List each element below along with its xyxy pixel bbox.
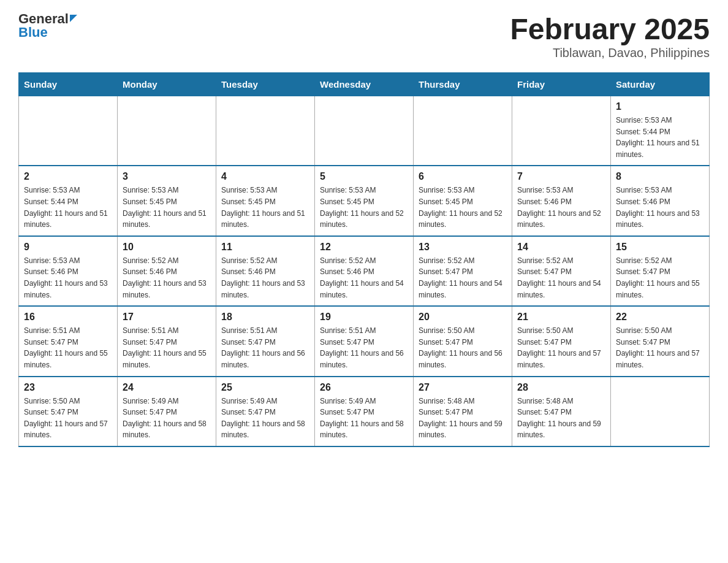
- calendar-cell: [118, 96, 216, 166]
- day-number: 3: [123, 171, 211, 182]
- calendar-cell: 21Sunrise: 5:50 AM Sunset: 5:47 PM Dayli…: [512, 306, 611, 376]
- day-info: Sunrise: 5:51 AM Sunset: 5:47 PM Dayligh…: [123, 325, 211, 370]
- day-info: Sunrise: 5:52 AM Sunset: 5:46 PM Dayligh…: [221, 255, 309, 301]
- calendar-cell: 2Sunrise: 5:53 AM Sunset: 5:44 PM Daylig…: [19, 166, 118, 236]
- calendar-cell: [512, 96, 611, 166]
- calendar-table: SundayMondayTuesdayWednesdayThursdayFrid…: [18, 72, 710, 447]
- day-number: 13: [419, 242, 507, 253]
- day-info: Sunrise: 5:53 AM Sunset: 5:46 PM Dayligh…: [517, 185, 605, 230]
- day-info: Sunrise: 5:48 AM Sunset: 5:47 PM Dayligh…: [517, 396, 605, 441]
- day-number: 1: [616, 101, 704, 112]
- calendar-header: SundayMondayTuesdayWednesdayThursdayFrid…: [19, 73, 710, 96]
- day-number: 21: [517, 312, 605, 323]
- calendar-cell: 4Sunrise: 5:53 AM Sunset: 5:45 PM Daylig…: [216, 166, 315, 236]
- day-info: Sunrise: 5:51 AM Sunset: 5:47 PM Dayligh…: [320, 325, 408, 370]
- calendar-cell: 19Sunrise: 5:51 AM Sunset: 5:47 PM Dayli…: [315, 306, 414, 376]
- day-info: Sunrise: 5:49 AM Sunset: 5:47 PM Dayligh…: [123, 396, 211, 441]
- day-number: 18: [221, 312, 309, 323]
- day-number: 26: [320, 382, 408, 393]
- day-number: 23: [24, 382, 112, 393]
- day-number: 2: [24, 171, 112, 182]
- weekday-header-saturday: Saturday: [611, 73, 710, 96]
- title-block: February 2025 Tiblawan, Davao, Philippin…: [510, 12, 710, 60]
- day-info: Sunrise: 5:48 AM Sunset: 5:47 PM Dayligh…: [419, 396, 507, 441]
- day-number: 24: [123, 382, 211, 393]
- calendar-cell: [19, 96, 118, 166]
- logo-general: General: [18, 12, 69, 26]
- calendar-week-0: 1Sunrise: 5:53 AM Sunset: 5:44 PM Daylig…: [19, 96, 710, 166]
- calendar-cell: 10Sunrise: 5:52 AM Sunset: 5:46 PM Dayli…: [118, 236, 216, 306]
- day-info: Sunrise: 5:53 AM Sunset: 5:46 PM Dayligh…: [24, 255, 112, 301]
- weekday-header-monday: Monday: [118, 73, 216, 96]
- day-number: 14: [517, 242, 605, 253]
- calendar-cell: 17Sunrise: 5:51 AM Sunset: 5:47 PM Dayli…: [118, 306, 216, 376]
- day-number: 11: [221, 242, 309, 253]
- day-info: Sunrise: 5:49 AM Sunset: 5:47 PM Dayligh…: [221, 396, 309, 441]
- weekday-header-sunday: Sunday: [19, 73, 118, 96]
- day-number: 27: [419, 382, 507, 393]
- day-number: 10: [123, 242, 211, 253]
- calendar-week-4: 23Sunrise: 5:50 AM Sunset: 5:47 PM Dayli…: [19, 377, 710, 446]
- calendar-cell: [216, 96, 315, 166]
- day-number: 7: [517, 171, 605, 182]
- calendar-cell: [315, 96, 414, 166]
- calendar-cell: 25Sunrise: 5:49 AM Sunset: 5:47 PM Dayli…: [216, 377, 315, 446]
- calendar-cell: 7Sunrise: 5:53 AM Sunset: 5:46 PM Daylig…: [512, 166, 611, 236]
- calendar-cell: 28Sunrise: 5:48 AM Sunset: 5:47 PM Dayli…: [512, 377, 611, 446]
- day-number: 25: [221, 382, 309, 393]
- day-info: Sunrise: 5:52 AM Sunset: 5:47 PM Dayligh…: [517, 255, 605, 301]
- calendar-cell: 12Sunrise: 5:52 AM Sunset: 5:46 PM Dayli…: [315, 236, 414, 306]
- calendar-cell: 22Sunrise: 5:50 AM Sunset: 5:47 PM Dayli…: [611, 306, 710, 376]
- day-number: 8: [616, 171, 704, 182]
- day-info: Sunrise: 5:53 AM Sunset: 5:44 PM Dayligh…: [24, 185, 112, 230]
- day-info: Sunrise: 5:52 AM Sunset: 5:47 PM Dayligh…: [419, 255, 507, 301]
- weekday-header-friday: Friday: [512, 73, 611, 96]
- day-number: 17: [123, 312, 211, 323]
- day-number: 28: [517, 382, 605, 393]
- calendar-cell: 14Sunrise: 5:52 AM Sunset: 5:47 PM Dayli…: [512, 236, 611, 306]
- weekday-header-tuesday: Tuesday: [216, 73, 315, 96]
- day-info: Sunrise: 5:51 AM Sunset: 5:47 PM Dayligh…: [221, 325, 309, 370]
- day-info: Sunrise: 5:50 AM Sunset: 5:47 PM Dayligh…: [419, 325, 507, 370]
- calendar-cell: 6Sunrise: 5:53 AM Sunset: 5:45 PM Daylig…: [414, 166, 512, 236]
- day-info: Sunrise: 5:52 AM Sunset: 5:46 PM Dayligh…: [123, 255, 211, 301]
- day-number: 20: [419, 312, 507, 323]
- logo-blue: Blue: [18, 25, 48, 40]
- weekday-header-row: SundayMondayTuesdayWednesdayThursdayFrid…: [19, 73, 710, 96]
- calendar-cell: 15Sunrise: 5:52 AM Sunset: 5:47 PM Dayli…: [611, 236, 710, 306]
- day-number: 6: [419, 171, 507, 182]
- logo-text: General Blue: [18, 12, 77, 39]
- day-info: Sunrise: 5:53 AM Sunset: 5:45 PM Dayligh…: [221, 185, 309, 230]
- day-number: 15: [616, 242, 704, 253]
- calendar-cell: [414, 96, 512, 166]
- day-number: 12: [320, 242, 408, 253]
- calendar-cell: 20Sunrise: 5:50 AM Sunset: 5:47 PM Dayli…: [414, 306, 512, 376]
- calendar-cell: 24Sunrise: 5:49 AM Sunset: 5:47 PM Dayli…: [118, 377, 216, 446]
- calendar-cell: [611, 377, 710, 446]
- day-info: Sunrise: 5:53 AM Sunset: 5:44 PM Dayligh…: [616, 115, 704, 160]
- calendar-cell: 11Sunrise: 5:52 AM Sunset: 5:46 PM Dayli…: [216, 236, 315, 306]
- day-info: Sunrise: 5:53 AM Sunset: 5:45 PM Dayligh…: [123, 185, 211, 230]
- logo-flag-icon: [70, 15, 77, 22]
- day-info: Sunrise: 5:53 AM Sunset: 5:45 PM Dayligh…: [419, 185, 507, 230]
- day-info: Sunrise: 5:52 AM Sunset: 5:47 PM Dayligh…: [616, 255, 704, 301]
- location-label: Tiblawan, Davao, Philippines: [510, 46, 710, 60]
- day-number: 5: [320, 171, 408, 182]
- calendar-cell: 18Sunrise: 5:51 AM Sunset: 5:47 PM Dayli…: [216, 306, 315, 376]
- day-number: 9: [24, 242, 112, 253]
- weekday-header-thursday: Thursday: [414, 73, 512, 96]
- calendar-cell: 8Sunrise: 5:53 AM Sunset: 5:46 PM Daylig…: [611, 166, 710, 236]
- month-title: February 2025: [510, 12, 710, 46]
- day-info: Sunrise: 5:53 AM Sunset: 5:45 PM Dayligh…: [320, 185, 408, 230]
- weekday-header-wednesday: Wednesday: [315, 73, 414, 96]
- day-number: 4: [221, 171, 309, 182]
- day-info: Sunrise: 5:51 AM Sunset: 5:47 PM Dayligh…: [24, 325, 112, 370]
- day-number: 16: [24, 312, 112, 323]
- calendar-cell: 5Sunrise: 5:53 AM Sunset: 5:45 PM Daylig…: [315, 166, 414, 236]
- calendar-cell: 27Sunrise: 5:48 AM Sunset: 5:47 PM Dayli…: [414, 377, 512, 446]
- calendar-cell: 1Sunrise: 5:53 AM Sunset: 5:44 PM Daylig…: [611, 96, 710, 166]
- day-info: Sunrise: 5:52 AM Sunset: 5:46 PM Dayligh…: [320, 255, 408, 301]
- calendar-body: 1Sunrise: 5:53 AM Sunset: 5:44 PM Daylig…: [19, 96, 710, 446]
- day-number: 19: [320, 312, 408, 323]
- calendar-week-3: 16Sunrise: 5:51 AM Sunset: 5:47 PM Dayli…: [19, 306, 710, 376]
